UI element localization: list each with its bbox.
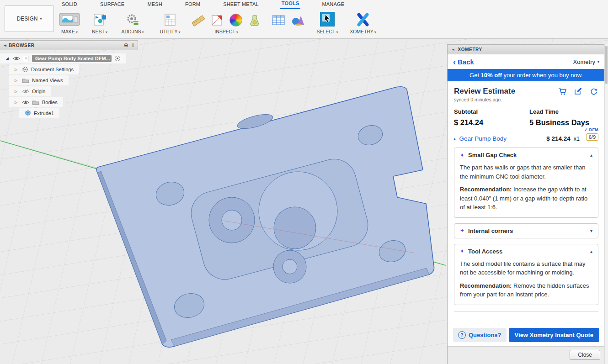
section-analysis-icon[interactable] <box>211 14 224 26</box>
eye-off-icon[interactable] <box>22 89 29 94</box>
sparkle-icon: ✦ <box>460 248 464 254</box>
subtotal-value: $ 214.24 <box>454 118 529 127</box>
chevron-down-icon: ▾ <box>236 30 238 34</box>
tab-solid[interactable]: SOLID <box>60 0 79 9</box>
minimize-icon[interactable]: ⊖ <box>124 42 128 48</box>
add-ins-menu[interactable]: ADD-INS▾ <box>118 29 147 34</box>
expand-caret-icon[interactable]: ▷ <box>15 68 19 72</box>
tab-surface[interactable]: SURFACE <box>99 0 126 9</box>
gear-icon <box>22 66 28 73</box>
expand-caret-icon[interactable]: ▷ <box>15 100 19 105</box>
add-ins-icon[interactable] <box>126 13 139 26</box>
view-instant-quote-button[interactable]: View Xometry Instant Quote <box>509 328 599 342</box>
xometry-logo-icon[interactable] <box>356 13 370 26</box>
axis-green-left <box>0 141 97 169</box>
xometry-panel: ◂ XOMETRY ‹ Back Xometry ▾ Get 10% off y… <box>447 44 605 364</box>
chevron-down-icon: ▾ <box>142 30 144 34</box>
card-internal-corners-header[interactable]: ✦ Internal corners ▾ <box>454 224 598 238</box>
cursor-icon <box>323 14 332 24</box>
part-island-left <box>222 210 242 230</box>
extrude-feature-icon <box>25 110 31 116</box>
tree-item-label[interactable]: Bodies <box>42 100 58 105</box>
tree-item-bodies[interactable]: ▷ Bodies <box>9 97 138 108</box>
nest-menu[interactable]: NEST▾ <box>89 29 111 34</box>
chevron-down-icon: ▾ <box>597 60 599 64</box>
collapse-panel-icon[interactable]: ◂ <box>452 47 454 52</box>
chevron-down-icon[interactable]: ▾ <box>590 228 592 233</box>
line-item-price: $ 214.24 <box>546 135 571 142</box>
line-item-qty: x1 <box>574 136 580 142</box>
tab-mesh[interactable]: MESH <box>146 0 164 9</box>
tree-item-label[interactable]: Origin <box>32 89 45 94</box>
component-icon <box>23 55 29 62</box>
panel-handle-icon[interactable]: ‖ <box>132 43 134 48</box>
collapse-left-icon[interactable]: ◂◂ <box>4 43 5 47</box>
tree-item-extrude1[interactable]: Extrude1 <box>19 108 138 119</box>
expand-triangle-icon[interactable]: ▸ <box>454 137 456 141</box>
measure-icon[interactable] <box>192 14 205 26</box>
utility-icon[interactable] <box>163 13 177 26</box>
curvature-map-icon[interactable] <box>229 14 242 26</box>
parameters-table-icon[interactable] <box>272 14 285 26</box>
xometry-menu[interactable]: XOMETRY▾ <box>346 29 380 34</box>
ribbon-tabs: SOLID SURFACE MESH FORM SHEET METAL TOOL… <box>0 0 608 9</box>
sparkle-icon: ✦ <box>460 227 464 234</box>
close-button[interactable]: Close <box>570 350 600 360</box>
chevron-down-icon: ▾ <box>374 30 376 34</box>
refresh-icon[interactable] <box>589 87 598 95</box>
line-item-row[interactable]: ▸ Gear Pump Body $ 214.24 x1 ✓ DFM 6/9 <box>454 135 598 142</box>
dfm-score-badge[interactable]: 6/9 <box>586 133 598 141</box>
cart-icon[interactable] <box>558 87 567 95</box>
nest-icon[interactable] <box>93 13 107 26</box>
tree-item-document-settings[interactable]: ▷ Document Settings <box>9 64 138 75</box>
eye-icon[interactable] <box>13 56 20 61</box>
toolbar-group-utility: UTILITY▾ <box>156 12 184 34</box>
tab-tools[interactable]: TOOLS <box>280 0 301 9</box>
line-item-name[interactable]: Gear Pump Body <box>459 135 507 142</box>
browser-panel: ◂◂ BROWSER ⊖ ‖ ◢ Gear Pump Body Scaled D… <box>0 40 138 119</box>
chevron-up-icon[interactable]: ▴ <box>590 153 592 158</box>
questions-button[interactable]: ? Questions? <box>453 328 507 342</box>
chevron-down-icon: ▾ <box>179 30 181 34</box>
account-dropdown[interactable]: Xometry ▾ <box>573 58 599 65</box>
edit-icon[interactable] <box>574 87 583 95</box>
expand-caret-icon[interactable]: ▷ <box>15 90 19 94</box>
card-small-gap-check-header[interactable]: ✦ Small Gap Check ▴ <box>454 148 598 162</box>
toolbar-group-nest: NEST▾ <box>89 12 111 34</box>
toolbar-group-select: SELECT▾ <box>314 12 341 34</box>
tree-root-label[interactable]: Gear Pump Body Scaled DFM... <box>32 55 112 62</box>
card-tool-access-header[interactable]: ✦ Tool Access ▴ <box>454 244 598 258</box>
toolbar-group-xometry: XOMETRY▾ <box>346 12 380 34</box>
make-menu[interactable]: MAKE▾ <box>56 29 83 34</box>
make-icon[interactable] <box>59 13 80 26</box>
inspect-menu[interactable]: INSPECT▾ <box>187 29 265 34</box>
tree-item-label[interactable]: Extrude1 <box>34 111 54 116</box>
xometry-panel-header: ◂ XOMETRY <box>448 44 605 54</box>
ground-component-icon[interactable] <box>114 55 121 62</box>
primitives-icon[interactable] <box>291 14 305 26</box>
back-button[interactable]: ‹ Back <box>453 58 474 66</box>
tab-sheet-metal[interactable]: SHEET METAL <box>222 0 260 9</box>
chevron-up-icon[interactable]: ▴ <box>590 249 592 254</box>
folder-icon <box>32 100 39 105</box>
part-3d[interactable] <box>96 87 434 348</box>
expand-caret-icon[interactable]: ▷ <box>15 79 19 83</box>
select-menu[interactable]: SELECT▾ <box>314 29 341 34</box>
tree-item-origin[interactable]: ▷ Origin <box>9 86 138 97</box>
tree-item-label[interactable]: Named Views <box>32 78 63 83</box>
chevron-down-icon: ▾ <box>336 30 338 34</box>
tab-manage[interactable]: MANAGE <box>320 0 346 9</box>
design-dropdown-button[interactable]: DESIGN ▾ <box>5 5 54 32</box>
select-tool-icon[interactable] <box>320 12 335 26</box>
synced-status: synced 0 minutes ago. <box>454 97 598 102</box>
card-small-gap-check-body: The part has walls or gaps that are smal… <box>454 162 598 217</box>
analysis-icon[interactable] <box>248 14 261 26</box>
eye-icon[interactable] <box>22 100 29 105</box>
tab-form[interactable]: FORM <box>184 0 202 9</box>
panel-scrollbar[interactable] <box>604 44 608 364</box>
tree-item-named-views[interactable]: ▷ Named Views <box>9 75 138 86</box>
utility-menu[interactable]: UTILITY▾ <box>156 29 184 34</box>
scrollbar-thumb[interactable] <box>605 46 608 84</box>
tree-root-row[interactable]: ◢ Gear Pump Body Scaled DFM... <box>0 53 138 64</box>
tree-item-label[interactable]: Document Settings <box>31 67 74 72</box>
